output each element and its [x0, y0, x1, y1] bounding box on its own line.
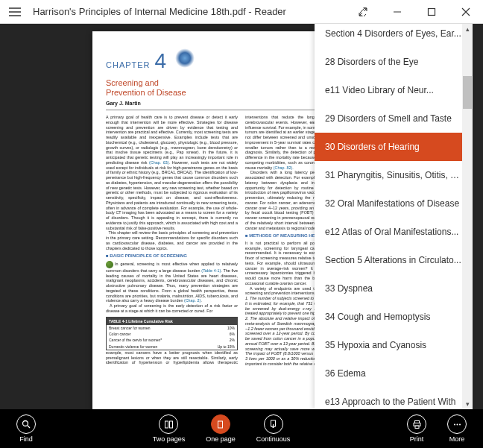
- table-4-1: TABLE 4-1 Lifetime Cumulative Risk Breas…: [106, 317, 238, 350]
- chapter-number: 4: [155, 48, 167, 74]
- scroll-down-arrow[interactable]: ▾: [464, 400, 471, 408]
- table-row: Cancer of the cervix for women*2%: [107, 337, 237, 343]
- toc-panel: Section 4 Disorders of Eyes, Ear...28 Di…: [315, 24, 473, 409]
- continuous-icon: [268, 420, 278, 429]
- close-button[interactable]: [449, 0, 483, 24]
- svg-rect-4: [218, 421, 223, 428]
- menu-button[interactable]: [0, 0, 30, 24]
- toc-item[interactable]: 29 Disorders of Smell and Taste: [315, 104, 473, 133]
- toc-item[interactable]: 28 Disorders of the Eye: [315, 48, 473, 76]
- table-row: Colon cancer6%: [107, 331, 237, 337]
- table-row: Breast cancer for women10%: [107, 325, 237, 331]
- bottom-toolbar: Find Two pages One page Continuous Print…: [0, 409, 483, 448]
- toc-item[interactable]: 30 Disorders of Hearing: [315, 133, 473, 161]
- svg-point-9: [454, 423, 455, 425]
- svg-point-1: [22, 420, 28, 426]
- minimize-icon: [393, 7, 402, 16]
- globe-icon: [106, 261, 113, 268]
- toc-item[interactable]: 36 Edema: [315, 359, 473, 388]
- chapter-icon: [175, 48, 195, 68]
- expand-icon: [359, 7, 367, 16]
- minimize-button[interactable]: [380, 0, 414, 24]
- search-icon: [22, 420, 31, 429]
- toc-item[interactable]: e13 Approach to the Patient With: [315, 388, 473, 409]
- toc-item[interactable]: e11 Video Library of Neur...: [315, 76, 473, 104]
- table-row: Domestic violence for womenUp to 15%: [107, 344, 237, 350]
- close-icon: [461, 7, 470, 16]
- more-button[interactable]: More: [447, 414, 467, 443]
- toc-item[interactable]: e12 Atlas of Oral Manifestations...: [315, 218, 473, 246]
- two-pages-button[interactable]: Two pages: [153, 414, 186, 443]
- toc-item[interactable]: 32 Oral Manifestations of Disease: [315, 189, 473, 218]
- toc-item[interactable]: 34 Cough and Hemoptysis: [315, 303, 473, 331]
- window-title: Harrison's Principles of Internal Medici…: [30, 6, 346, 17]
- continuous-button[interactable]: Continuous: [256, 414, 291, 443]
- maximize-icon: [427, 7, 436, 16]
- toc-item[interactable]: 31 Pharyngitis, Sinusitis, Otitis, a...: [315, 161, 473, 189]
- svg-rect-3: [169, 421, 172, 428]
- svg-point-11: [459, 423, 461, 425]
- svg-point-10: [456, 423, 458, 425]
- chapter-label: CHAPTER: [106, 60, 151, 71]
- print-icon: [412, 420, 422, 429]
- fullscreen-button[interactable]: [346, 0, 380, 24]
- scroll-thumb[interactable]: [463, 76, 472, 109]
- hamburger-icon: [9, 7, 21, 16]
- scroll-up-arrow[interactable]: ▴: [464, 25, 471, 33]
- more-icon: [452, 420, 462, 429]
- print-button[interactable]: Print: [407, 414, 426, 443]
- toc-item[interactable]: 35 Hypoxia and Cyanosis: [315, 331, 473, 359]
- toc-item[interactable]: Section 4 Disorders of Eyes, Ear...: [315, 24, 473, 48]
- document-viewport[interactable]: CHAPTER 4 Screening andPrevention of Dis…: [0, 24, 483, 409]
- svg-rect-2: [165, 421, 168, 428]
- one-page-icon: [215, 420, 225, 429]
- svg-rect-0: [429, 8, 435, 15]
- maximize-button[interactable]: [414, 0, 449, 24]
- toc-item[interactable]: Section 5 Alterations in Circulato...: [315, 246, 473, 274]
- two-pages-icon: [164, 420, 174, 429]
- toc-item[interactable]: 33 Dyspnea: [315, 274, 473, 303]
- one-page-button[interactable]: One page: [206, 414, 236, 443]
- toc-scrollbar[interactable]: ▴ ▾: [462, 24, 473, 409]
- find-button[interactable]: Find: [16, 414, 36, 443]
